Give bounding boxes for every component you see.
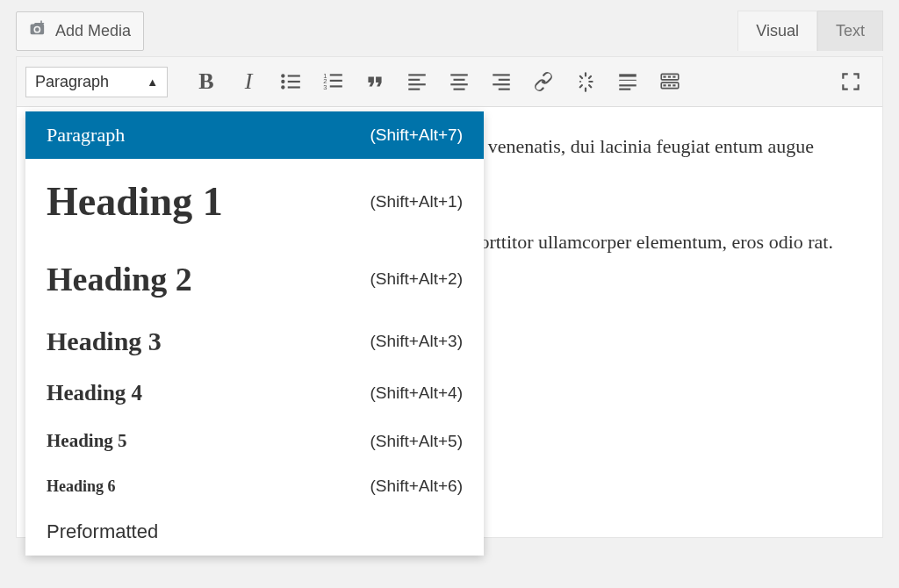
format-option-h4[interactable]: Heading 4(Shift+Alt+4) <box>25 369 484 418</box>
unlink-button[interactable] <box>566 64 605 99</box>
toolbar-toggle-button[interactable] <box>651 64 689 99</box>
camera-icon <box>29 19 48 43</box>
svg-rect-17 <box>454 79 465 81</box>
format-option-paragraph[interactable]: Paragraph(Shift+Alt+7) <box>25 111 484 159</box>
svg-point-0 <box>281 74 284 77</box>
svg-rect-13 <box>408 79 420 81</box>
svg-rect-19 <box>454 89 465 90</box>
svg-rect-15 <box>408 89 420 90</box>
svg-rect-3 <box>288 81 300 82</box>
editor-mode-tabs: Visual Text <box>737 11 883 51</box>
format-option-label: Heading 1 <box>47 178 223 225</box>
format-option-shortcut: (Shift+Alt+7) <box>370 125 463 145</box>
format-option-shortcut: (Shift+Alt+6) <box>370 477 463 496</box>
svg-rect-34 <box>663 84 665 86</box>
align-center-button[interactable] <box>440 64 478 99</box>
format-option-label: Heading 5 <box>47 430 127 452</box>
format-option-shortcut: (Shift+Alt+5) <box>370 432 463 451</box>
svg-rect-28 <box>619 89 630 90</box>
svg-rect-26 <box>619 81 636 82</box>
svg-rect-31 <box>668 76 671 78</box>
svg-rect-20 <box>493 74 510 75</box>
format-option-label: Paragraph <box>47 124 125 147</box>
format-option-h1[interactable]: Heading 1(Shift+Alt+1) <box>25 159 484 244</box>
format-option-label: Heading 6 <box>47 477 116 496</box>
svg-rect-30 <box>663 76 665 78</box>
bullet-list-button[interactable] <box>271 64 310 99</box>
format-option-shortcut: (Shift+Alt+1) <box>370 192 463 212</box>
chevron-up-icon: ▲ <box>147 75 158 89</box>
format-option-h2[interactable]: Heading 2(Shift+Alt+2) <box>25 244 484 314</box>
svg-rect-35 <box>668 84 671 86</box>
fullscreen-button[interactable] <box>831 64 870 99</box>
format-option-h5[interactable]: Heading 5(Shift+Alt+5) <box>25 418 484 464</box>
svg-rect-5 <box>288 86 300 88</box>
svg-rect-12 <box>408 74 426 75</box>
format-select-label: Paragraph <box>35 73 109 91</box>
svg-rect-21 <box>499 79 510 81</box>
toolbar: Paragraph ▲ B I 123 <box>17 57 882 107</box>
format-option-pre[interactable]: Preformatted <box>25 508 484 556</box>
link-button[interactable] <box>524 64 563 99</box>
format-option-shortcut: (Shift+Alt+2) <box>370 269 463 289</box>
tab-text[interactable]: Text <box>817 11 883 51</box>
format-select[interactable]: Paragraph ▲ <box>25 67 168 97</box>
format-option-label: Heading 3 <box>47 326 162 356</box>
tab-visual[interactable]: Visual <box>737 11 817 51</box>
svg-rect-27 <box>619 84 636 86</box>
svg-rect-16 <box>450 74 468 75</box>
add-media-label: Add Media <box>55 22 131 40</box>
svg-rect-7 <box>330 74 342 75</box>
svg-point-4 <box>281 85 284 89</box>
svg-rect-23 <box>499 89 510 90</box>
svg-text:3: 3 <box>323 83 327 91</box>
format-option-label: Heading 2 <box>47 260 192 298</box>
italic-button[interactable]: I <box>229 64 268 99</box>
svg-rect-9 <box>330 80 342 82</box>
svg-rect-11 <box>330 85 342 87</box>
format-option-label: Preformatted <box>47 520 158 543</box>
format-option-label: Heading 4 <box>47 381 142 405</box>
format-option-shortcut: (Shift+Alt+3) <box>370 332 463 351</box>
format-option-h3[interactable]: Heading 3(Shift+Alt+3) <box>25 314 484 369</box>
numbered-list-button[interactable]: 123 <box>313 64 352 99</box>
svg-rect-36 <box>672 84 675 86</box>
align-right-button[interactable] <box>482 64 521 99</box>
svg-rect-32 <box>672 76 675 78</box>
svg-rect-22 <box>493 83 510 85</box>
format-option-shortcut: (Shift+Alt+4) <box>370 384 463 403</box>
format-dropdown: Paragraph(Shift+Alt+7)Heading 1(Shift+Al… <box>25 111 484 556</box>
svg-rect-14 <box>408 83 426 85</box>
bold-button[interactable]: B <box>187 64 226 99</box>
editor: Paragraph ▲ B I 123 <box>16 56 883 538</box>
insert-more-button[interactable] <box>608 64 647 99</box>
svg-point-2 <box>281 80 284 83</box>
align-left-button[interactable] <box>398 64 436 99</box>
format-option-h6[interactable]: Heading 6(Shift+Alt+6) <box>25 464 484 508</box>
svg-rect-1 <box>288 75 300 76</box>
add-media-button[interactable]: Add Media <box>16 11 144 51</box>
svg-rect-24 <box>619 74 636 76</box>
svg-rect-18 <box>450 83 468 85</box>
blockquote-button[interactable] <box>356 64 394 99</box>
